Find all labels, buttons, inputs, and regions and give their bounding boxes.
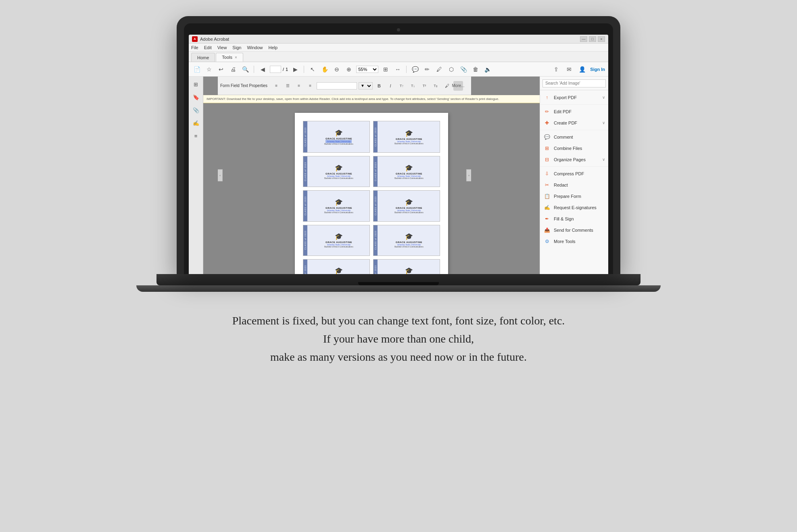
sidebar-attachments-icon[interactable]: 📎 — [192, 106, 200, 114]
more-tools-label: More Tools — [554, 239, 605, 244]
menu-sign[interactable]: Sign — [232, 45, 241, 50]
tool-item-send-for-comments[interactable]: 📤 Send for Comments — [540, 224, 608, 236]
tool-item-comment[interactable]: 💬 Comment — [540, 131, 608, 143]
form-align-center-icon[interactable]: ☰ — [283, 81, 292, 91]
account-icon[interactable]: 👤 — [577, 64, 587, 74]
zoom-search-icon[interactable]: 🔍 — [240, 64, 250, 74]
notice-bar: IMPORTANT: Download the file to your des… — [203, 95, 540, 103]
page-number-input[interactable]: 1 — [270, 66, 281, 73]
font-family-input[interactable]: SophiaRonaldScript — [317, 82, 357, 89]
tool-item-export-pdf[interactable]: ↑ Export PDF ∨ — [540, 92, 608, 103]
create-pdf-expand-icon[interactable]: ∨ — [602, 121, 605, 125]
card-content: 🎓 GRACE AUGUSTINE Arizona State Universi… — [394, 129, 423, 145]
tab-home[interactable]: Home — [191, 53, 215, 62]
form-text-size-up-icon[interactable]: T↑ — [397, 81, 407, 91]
form-color-icon[interactable]: 🖋 — [442, 81, 452, 91]
delete-icon[interactable]: 🗑 — [471, 64, 480, 74]
menu-help[interactable]: Help — [269, 45, 278, 50]
card-content: 🎓 GRACE AUGUSTINE Arizona State Universi… — [324, 198, 353, 214]
form-bold-icon[interactable]: B — [374, 81, 384, 91]
camera — [397, 28, 400, 31]
sidebar-bookmarks-icon[interactable]: 🔖 — [192, 93, 200, 102]
collapse-left-button[interactable]: ‹ — [218, 169, 223, 181]
menu-view[interactable]: View — [217, 45, 227, 50]
sidebar-pages-icon[interactable]: ⊞ — [192, 80, 200, 89]
highlight-icon[interactable]: 🖊 — [434, 64, 444, 74]
sidebar-layers-icon[interactable]: ≡ — [192, 131, 200, 140]
form-superscript-icon[interactable]: T² — [419, 81, 429, 91]
new-file-icon[interactable]: 📄 — [192, 64, 202, 74]
prepare-form-label: Prepare Form — [554, 194, 605, 199]
minimize-button[interactable]: — — [580, 36, 587, 42]
menu-edit[interactable]: Edit — [204, 45, 212, 50]
pen-icon[interactable]: ✏ — [422, 64, 432, 74]
zoom-in-icon[interactable]: ⊕ — [344, 64, 354, 74]
form-align-left-icon[interactable]: ≡ — [271, 81, 281, 91]
audio-icon[interactable]: 🔈 — [483, 64, 492, 74]
attach-icon[interactable]: 📎 — [459, 64, 468, 74]
tool-item-edit-pdf[interactable]: ✏ Edit PDF — [540, 106, 608, 117]
tab-close-icon[interactable]: × — [235, 55, 237, 60]
export-pdf-expand-icon[interactable]: ∨ — [602, 95, 605, 100]
grad-card: CLASS of 2023 🎓 GRACE AUGUSTINE Arizona … — [303, 121, 370, 153]
grad-card: CLASS of 2023 🎓 GRACE AUGUSTINE Arizona … — [373, 190, 440, 221]
grad-hat-icon: 🎓 — [335, 198, 343, 206]
grad-card: CLASS of 2023 🎓 GRACE AUGUSTINE Arizona … — [303, 190, 370, 221]
bottom-line-3: make as many versions as you need now or… — [232, 348, 565, 366]
year-strip: CLASS of 2023 — [303, 191, 307, 221]
print-icon[interactable]: 🖨 — [228, 64, 238, 74]
window-controls: — □ × — [580, 36, 605, 42]
hand-tool-icon[interactable]: ✋ — [320, 64, 330, 74]
form-text-size-down-icon[interactable]: T↓ — [408, 81, 418, 91]
comment-icon[interactable]: 💬 — [410, 64, 420, 74]
tool-item-combine-files[interactable]: ⊞ Combine Files — [540, 143, 608, 154]
menu-file[interactable]: File — [191, 45, 198, 50]
stamp-icon[interactable]: ⬡ — [446, 64, 456, 74]
collapse-right-button[interactable]: › — [466, 169, 471, 181]
select-tool-icon[interactable]: ↖ — [308, 64, 317, 74]
right-panel: ↑ Export PDF ∨ ✏ Edit PDF ✚ Create PDF ∨… — [540, 77, 608, 274]
fill-sign-label: Fill & Sign — [554, 216, 605, 221]
form-more-button[interactable]: More... — [453, 81, 463, 91]
grad-degree: Bachelor of Arts in Communications — [324, 143, 353, 145]
tool-item-fill-sign[interactable]: ✒ Fill & Sign — [540, 213, 608, 224]
zoom-select[interactable]: 55% 75% 100% — [356, 66, 378, 73]
tool-item-more-tools[interactable]: ⚙ More Tools — [540, 236, 608, 247]
send-for-comments-icon: 📤 — [543, 227, 551, 234]
close-button[interactable]: × — [598, 36, 605, 42]
message-icon[interactable]: ✉ — [564, 64, 574, 74]
year-strip: CLASS of 2023 — [373, 225, 378, 256]
title-bar-left: A Adobe Acrobat — [192, 36, 229, 42]
tool-item-request-esignatures[interactable]: ✍ Request E-signatures — [540, 202, 608, 213]
fit-width-icon[interactable]: ↔ — [393, 64, 403, 74]
menu-window[interactable]: Window — [247, 45, 263, 50]
prev-page-icon[interactable]: ◀ — [258, 64, 267, 74]
font-size-select[interactable]: ▼ — [359, 82, 373, 89]
tool-item-organize-pages[interactable]: ⊟ Organize Pages ∨ — [540, 154, 608, 165]
form-justify-icon[interactable]: ≡ — [305, 81, 315, 91]
back-icon[interactable]: ↩ — [216, 64, 226, 74]
year-text: CLASS of 2023 — [374, 231, 377, 249]
grad-degree: Bachelor of Arts in Communications — [324, 212, 353, 214]
form-subscript-icon[interactable]: T₂ — [431, 81, 440, 91]
next-page-icon[interactable]: ▶ — [290, 64, 300, 74]
year-text: CLASS of 2023 — [304, 162, 307, 181]
tool-item-compress-pdf[interactable]: ⇩ Compress PDF — [540, 168, 608, 179]
tool-item-create-pdf[interactable]: ✚ Create PDF ∨ — [540, 117, 608, 129]
fit-page-icon[interactable]: ⊞ — [381, 64, 390, 74]
form-align-right-icon[interactable]: ≡ — [294, 81, 304, 91]
sidebar-signatures-icon[interactable]: ✍ — [192, 118, 200, 127]
tab-tools[interactable]: Tools × — [216, 53, 243, 62]
maximize-button[interactable]: □ — [589, 36, 596, 42]
sign-in-button[interactable]: Sign In — [590, 67, 605, 72]
tool-item-redact[interactable]: ✂ Redact — [540, 179, 608, 191]
add-image-search-input[interactable] — [542, 79, 606, 87]
form-italic-icon[interactable]: I — [386, 81, 395, 91]
organize-pages-expand-icon[interactable]: ∨ — [602, 157, 605, 162]
share-icon[interactable]: ⇪ — [551, 64, 561, 74]
zoom-out-icon[interactable]: ⊖ — [332, 64, 342, 74]
grad-hat-icon: 🎓 — [335, 233, 343, 240]
bookmark-icon[interactable]: ☆ — [204, 64, 214, 74]
tool-item-prepare-form[interactable]: 📋 Prepare Form — [540, 191, 608, 202]
bottom-text-section: Placement is fixed, but you can change t… — [152, 312, 646, 366]
